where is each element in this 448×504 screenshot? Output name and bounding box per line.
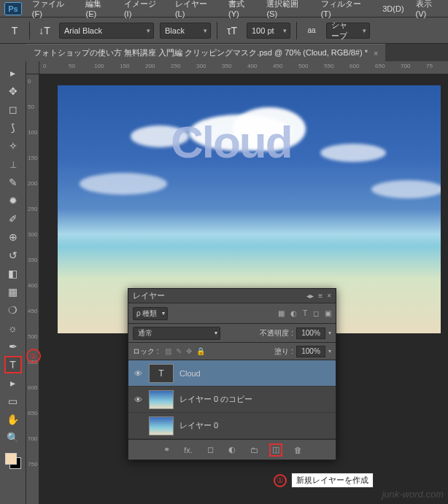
antialias-select[interactable]: シャープ (326, 23, 370, 39)
ruler-corner (26, 61, 39, 74)
lasso-tool[interactable]: ⟆ (4, 119, 22, 136)
history-brush-tool[interactable]: ↺ (4, 247, 22, 264)
blur-tool[interactable]: ❍ (4, 301, 22, 319)
watermark: junk-word.com (382, 489, 444, 500)
font-size-input[interactable]: 100 pt (247, 23, 290, 39)
text-orientation-icon[interactable]: ↓T (36, 22, 53, 39)
menu-3d[interactable]: 3D(D) (376, 4, 409, 13)
fill-input[interactable]: 100% (296, 346, 325, 357)
rectangle-tool[interactable]: ▭ (4, 392, 22, 410)
pen-tool[interactable]: ✒ (4, 338, 22, 355)
font-style-select[interactable]: Black (160, 23, 211, 39)
antialias-label: aa (303, 22, 320, 39)
hand-tool[interactable]: ✋ (4, 411, 22, 428)
tab-title: フォトショップの使い方 無料講座 入門編 クリッピングマスク.psd @ 70%… (34, 47, 368, 58)
layer-fx-icon[interactable]: fx. (182, 443, 195, 457)
eyedropper-tool[interactable]: ✎ (4, 174, 22, 191)
layer-name[interactable]: レイヤー 0 (179, 420, 218, 431)
adjustment-layer-icon[interactable]: ◐ (225, 443, 239, 457)
toolbar: ▸ ✥ ◻ ⟆ ✧ ⟂ ✎ ✹ ✐ ⊕ ↺ ◧ ▦ ❍ ☼ ✒ T ▸ ▭ ✋ … (0, 61, 26, 504)
panel-menu-icon[interactable]: ≡ (318, 292, 323, 300)
menu-edit[interactable]: 編集(E) (80, 0, 117, 18)
opacity-dropdown-icon[interactable]: ▾ (328, 330, 331, 336)
layer-row-copy[interactable]: 👁 レイヤー 0 のコピー (128, 387, 336, 413)
layers-panel-title: レイヤー (133, 290, 165, 301)
layers-bottom-bar: ⚭ fx. ◻ ◐ 🗀 ◫ 🗑 (128, 439, 336, 460)
spot-heal-tool[interactable]: ✹ (4, 192, 22, 209)
lock-transparency-icon[interactable]: ▨ (165, 347, 171, 355)
document-tabs: フォトショップの使い方 無料講座 入門編 クリッピングマスク.psd @ 70%… (26, 44, 448, 61)
menu-file[interactable]: ファイル(F) (26, 0, 80, 18)
gradient-tool[interactable]: ▦ (4, 283, 22, 301)
path-select-tool[interactable]: ▸ (4, 374, 22, 392)
move-tool[interactable]: ✥ (4, 82, 22, 100)
layers-blend-row: 通常 不透明度 : 100% ▾ (128, 324, 336, 343)
annotation-2: ② (26, 349, 41, 363)
ruler-vertical: 0501001502002503003504004505005506006507… (26, 74, 39, 504)
crop-tool[interactable]: ⟂ (4, 155, 22, 173)
menubar: Ps ファイル(F) 編集(E) イメージ(I) レイヤー(L) 書式(Y) 選… (0, 0, 448, 18)
new-layer-tooltip: 新規レイヤーを作成 (291, 473, 374, 488)
layer-row-base[interactable]: レイヤー 0 (128, 413, 336, 439)
panel-collapse-icon[interactable]: ◂▸ (306, 292, 314, 300)
filter-adjustment-icon[interactable]: ◐ (290, 309, 297, 317)
layers-lock-row: ロック : ▨ ✎ ✥ 🔒 塗り : 100% ▾ (128, 343, 336, 360)
layer-thumbnail: T (149, 364, 174, 383)
layer-thumbnail (149, 416, 174, 435)
ruler-horizontal: 0501001502002503003504004505005506006507… (39, 61, 448, 74)
layer-thumbnail (149, 390, 174, 409)
brush-tool[interactable]: ✐ (4, 210, 22, 228)
new-layer-icon[interactable]: ◫ (269, 443, 282, 457)
font-family-select[interactable]: Arial Black (59, 23, 154, 39)
layer-filter-select[interactable]: ρ 種類 (133, 307, 168, 320)
menu-view[interactable]: 表示(V) (410, 0, 448, 18)
tab-close[interactable]: × (374, 49, 378, 58)
filter-type-icon[interactable]: T (303, 309, 307, 317)
menu-layer[interactable]: レイヤー(L) (169, 0, 223, 18)
lock-all-icon[interactable]: 🔒 (196, 347, 205, 355)
ps-logo: Ps (4, 2, 22, 15)
layers-filter-row: ρ 種類 ▦ ◐ T ◻ ▣ (128, 303, 336, 324)
clone-tool[interactable]: ⊕ (4, 228, 22, 246)
font-size-icon: τT (223, 22, 241, 39)
menu-filter[interactable]: フィルター(T) (315, 0, 377, 18)
menu-type[interactable]: 書式(Y) (223, 0, 260, 18)
visibility-toggle[interactable]: 👁 (133, 369, 143, 378)
annotation-1: ① 新規レイヤーを作成 (274, 473, 374, 488)
quick-select-tool[interactable]: ✧ (4, 137, 22, 155)
layers-panel-header[interactable]: レイヤー ◂▸ ≡ × (128, 289, 336, 303)
layer-name[interactable]: Cloud (179, 369, 201, 378)
filter-pixel-icon[interactable]: ▦ (278, 309, 285, 317)
lock-image-icon[interactable]: ✎ (176, 347, 182, 355)
menu-select[interactable]: 選択範囲(S) (260, 0, 314, 18)
fill-dropdown-icon[interactable]: ▾ (328, 348, 331, 354)
menu-image[interactable]: イメージ(I) (118, 0, 169, 18)
delete-layer-icon[interactable]: 🗑 (291, 443, 304, 457)
layer-mask-icon[interactable]: ◻ (204, 443, 217, 457)
opacity-input[interactable]: 100% (296, 327, 325, 339)
link-layers-icon[interactable]: ⚭ (160, 443, 173, 457)
zoom-tool[interactable]: 🔍 (4, 429, 22, 446)
filter-smart-icon[interactable]: ▣ (325, 309, 331, 317)
color-swatches[interactable] (5, 453, 21, 469)
marquee-tool[interactable]: ◻ (4, 101, 22, 118)
layer-name[interactable]: レイヤー 0 のコピー (179, 394, 252, 405)
type-tool[interactable]: T (4, 356, 22, 373)
options-bar: T ↓T Arial Black Black τT 100 pt aa シャープ (0, 18, 448, 44)
filter-shape-icon[interactable]: ◻ (313, 309, 319, 317)
blend-mode-select[interactable]: 通常 (133, 327, 220, 340)
dodge-tool[interactable]: ☼ (4, 319, 22, 337)
visibility-toggle[interactable]: 👁 (133, 395, 143, 404)
fill-label: 塗り : (274, 346, 293, 357)
layers-panel: レイヤー ◂▸ ≡ × ρ 種類 ▦ ◐ T ◻ ▣ 通常 不透明度 : 100… (128, 288, 336, 460)
layer-row-cloud[interactable]: 👁 T Cloud (128, 360, 336, 387)
eraser-tool[interactable]: ◧ (4, 265, 22, 282)
new-group-icon[interactable]: 🗀 (247, 443, 260, 457)
expand-icon[interactable]: ▸ (4, 64, 22, 82)
text-tool-icon: T (6, 22, 23, 39)
canvas-text-cloud: Cloud (171, 116, 292, 168)
opacity-label: 不透明度 : (260, 328, 293, 338)
panel-close-icon[interactable]: × (327, 292, 331, 300)
lock-position-icon[interactable]: ✥ (186, 347, 192, 355)
document-tab[interactable]: フォトショップの使い方 無料講座 入門編 クリッピングマスク.psd @ 70%… (26, 44, 385, 61)
